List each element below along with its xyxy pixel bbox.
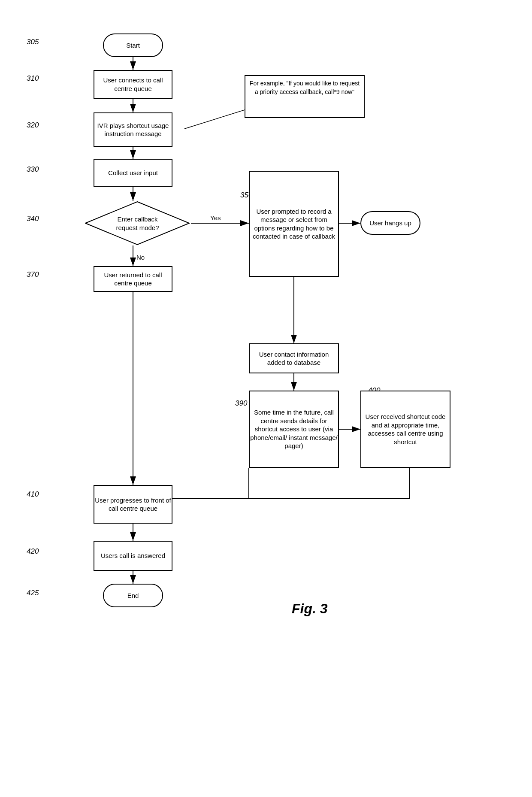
node-320: IVR plays shortcut usage instruction mes… — [94, 112, 172, 147]
svg-line-20 — [184, 109, 249, 129]
svg-text:No: No — [136, 254, 145, 261]
node-330: Collect user input — [94, 159, 172, 187]
node-390: Some time in the future, call centre sen… — [249, 391, 339, 468]
label-310: 310 — [27, 74, 39, 83]
node-340: Enter callback request mode? — [85, 201, 190, 245]
node-370: User returned to call centre queue — [94, 266, 172, 292]
label-420: 420 — [27, 547, 39, 556]
node-360: User hangs up — [360, 211, 420, 235]
note-box: For example, "If you would like to reque… — [245, 75, 365, 118]
start-node: Start — [103, 33, 163, 57]
label-340: 340 — [27, 215, 39, 223]
fig-label: Fig. 3 — [292, 601, 328, 617]
label-370: 370 — [27, 270, 39, 279]
end-node: End — [103, 584, 163, 607]
diagram-container: Yes No 305 Start 310 User conn — [0, 0, 532, 797]
node-410: User progresses to front of call centre … — [94, 485, 172, 524]
label-410: 410 — [27, 490, 39, 499]
label-390: 390 — [235, 399, 247, 408]
node-350: User prompted to record a message or sel… — [249, 171, 339, 277]
node-420: Users call is answered — [94, 541, 172, 571]
label-330: 330 — [27, 165, 39, 174]
label-320: 320 — [27, 121, 39, 130]
node-380: User contact information added to databa… — [249, 343, 339, 373]
label-305: 305 — [27, 38, 39, 46]
node-310: User connects to call centre queue — [94, 70, 172, 99]
svg-text:Yes: Yes — [210, 214, 221, 221]
label-425: 425 — [27, 589, 39, 597]
node-400: User received shortcut code and at appro… — [360, 391, 450, 468]
